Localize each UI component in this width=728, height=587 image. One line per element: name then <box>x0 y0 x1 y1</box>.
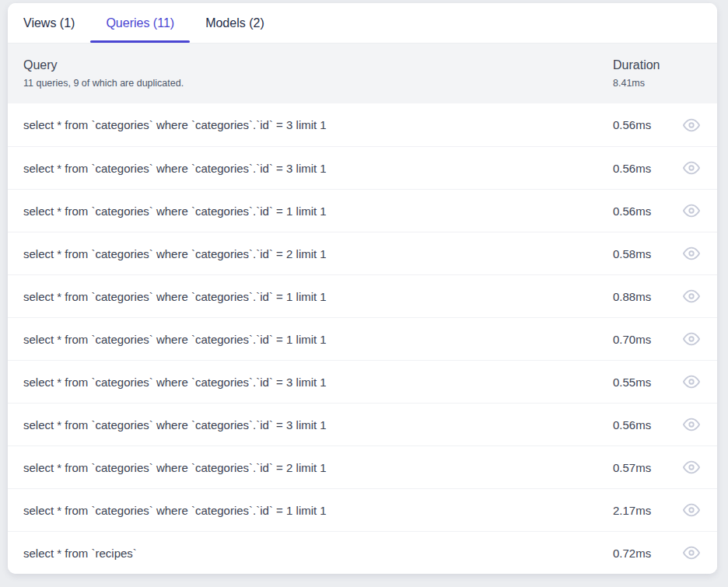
query-row: select * from `categories` where `catego… <box>8 488 717 531</box>
query-summary-text: 11 queries, 9 of which are duplicated. <box>23 78 613 89</box>
query-duration: 0.56ms <box>613 418 672 432</box>
query-duration: 2.17ms <box>613 504 672 517</box>
tab-bar: Views (1) Queries (11) Models (2) <box>8 3 717 43</box>
query-sql-text: select * from `categories` where `catego… <box>23 204 613 218</box>
query-duration: 0.88ms <box>613 290 672 303</box>
query-duration: 0.56ms <box>613 162 672 175</box>
eye-icon[interactable] <box>683 159 700 176</box>
query-column-header: Query <box>23 58 613 72</box>
query-sql-text: select * from `categories` where `catego… <box>23 290 613 303</box>
query-duration: 0.72ms <box>613 547 672 560</box>
tab-views[interactable]: Views (1) <box>8 3 90 43</box>
eye-icon[interactable] <box>683 373 700 390</box>
query-row: select * from `categories` where `catego… <box>8 403 717 445</box>
tab-models[interactable]: Models (2) <box>190 3 280 43</box>
query-row: select * from `categories` where `catego… <box>8 274 717 317</box>
queries-panel-card: Views (1) Queries (11) Models (2) Query … <box>8 3 717 574</box>
query-sql-text: select * from `categories` where `catego… <box>23 418 613 432</box>
query-duration: 0.56ms <box>613 204 672 218</box>
query-duration: 0.57ms <box>613 461 672 474</box>
query-row: select * from `categories` where `catego… <box>8 232 717 274</box>
query-sql-text: select * from `categories` where `catego… <box>23 504 613 517</box>
table-header: Query 11 queries, 9 of which are duplica… <box>8 43 717 103</box>
query-sql-text: select * from `categories` where `catego… <box>23 118 613 131</box>
duration-column-header: Duration <box>613 58 672 72</box>
query-row: select * from `categories` where `catego… <box>8 445 717 488</box>
eye-icon[interactable] <box>683 245 700 262</box>
eye-icon[interactable] <box>683 117 700 134</box>
query-row: select * from `categories` where `catego… <box>8 189 717 232</box>
eye-icon[interactable] <box>683 459 700 476</box>
query-row: select * from `recipes` 0.72ms <box>8 531 717 574</box>
eye-icon[interactable] <box>683 501 700 519</box>
query-sql-text: select * from `recipes` <box>23 547 613 560</box>
duration-total: 8.41ms <box>613 78 672 89</box>
query-row: select * from `categories` where `catego… <box>8 317 717 360</box>
eye-icon[interactable] <box>683 544 700 561</box>
query-sql-text: select * from `categories` where `catego… <box>23 376 613 389</box>
tab-queries[interactable]: Queries (11) <box>90 3 190 43</box>
query-sql-text: select * from `categories` where `catego… <box>23 162 613 175</box>
query-duration: 0.56ms <box>613 118 672 131</box>
query-duration: 0.70ms <box>613 333 672 346</box>
query-row: select * from `categories` where `catego… <box>8 146 717 189</box>
eye-icon[interactable] <box>683 202 700 219</box>
query-duration: 0.58ms <box>613 247 672 260</box>
eye-icon[interactable] <box>683 288 700 305</box>
query-sql-text: select * from `categories` where `catego… <box>23 333 613 346</box>
query-list: select * from `categories` where `catego… <box>8 103 717 574</box>
eye-icon[interactable] <box>683 330 700 348</box>
query-sql-text: select * from `categories` where `catego… <box>23 247 613 260</box>
query-row: select * from `categories` where `catego… <box>8 360 717 403</box>
eye-icon[interactable] <box>683 416 700 433</box>
query-duration: 0.55ms <box>613 376 672 389</box>
query-row: select * from `categories` where `catego… <box>8 103 717 146</box>
query-sql-text: select * from `categories` where `catego… <box>23 461 613 474</box>
